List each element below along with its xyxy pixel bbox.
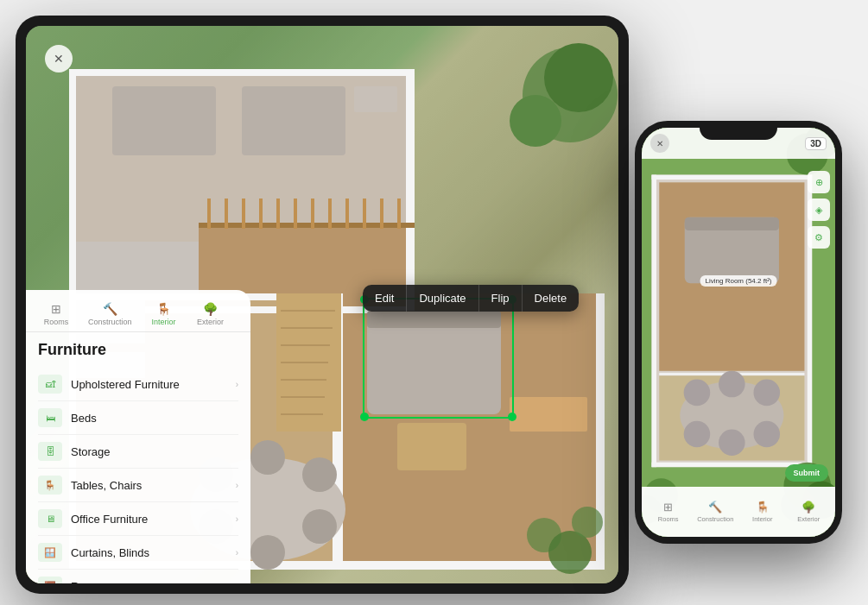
list-item-beds[interactable]: 🛏 Beds — [38, 401, 238, 435]
phone-interior-icon: 🪑 — [756, 501, 770, 514]
context-menu: Edit Duplicate Flip Delete — [363, 285, 579, 312]
phone-construction-icon: 🔨 — [708, 501, 722, 514]
svg-point-73 — [753, 421, 780, 448]
svg-rect-50 — [112, 86, 216, 155]
svg-point-45 — [250, 535, 285, 570]
phone-tab-construction[interactable]: 🔨 Construction — [697, 501, 733, 523]
svg-rect-39 — [397, 423, 466, 470]
phone-right-toolbar: ⊕ ◈ ⚙ — [808, 171, 830, 249]
phone-exterior-icon: 🌳 — [801, 501, 815, 514]
svg-rect-38 — [367, 311, 501, 328]
svg-point-71 — [719, 371, 745, 398]
panel-content: Furniture 🛋 Upholstered Furniture › 🛏 Be… — [26, 332, 250, 583]
phone-tab-interior[interactable]: 🪑 Interior — [745, 501, 780, 523]
upholstered-icon: 🛋 — [38, 375, 62, 394]
phone-bottombar: ⊞ Rooms 🔨 Construction 🪑 Interior 🌳 Exte… — [642, 487, 835, 537]
side-panel: ⊞ Rooms 🔨 Construction 🪑 Interior 🌳 Exte… — [26, 290, 250, 583]
svg-rect-33 — [345, 199, 349, 229]
svg-rect-31 — [311, 199, 314, 229]
phone-tab-rooms[interactable]: ⊞ Rooms — [651, 501, 686, 523]
svg-point-70 — [684, 380, 711, 406]
context-delete-button[interactable]: Delete — [523, 285, 580, 312]
svg-point-42 — [250, 440, 285, 475]
context-duplicate-button[interactable]: Duplicate — [407, 285, 478, 312]
chevron-icon-4: › — [236, 548, 238, 558]
svg-point-55 — [510, 95, 561, 147]
list-item-tables[interactable]: 🪑 Tables, Chairs › — [38, 469, 238, 502]
tablet-close-button[interactable]: ✕ — [45, 45, 73, 72]
svg-rect-29 — [276, 199, 280, 229]
phone-close-button[interactable]: ✕ — [650, 134, 669, 153]
svg-rect-52 — [354, 86, 397, 112]
svg-rect-32 — [328, 199, 332, 229]
phone-view-button[interactable]: ◈ — [808, 199, 830, 221]
list-item-upholstered[interactable]: 🛋 Upholstered Furniture › — [38, 368, 238, 401]
context-flip-button[interactable]: Flip — [479, 285, 523, 312]
svg-rect-28 — [259, 199, 263, 229]
storage-icon: 🗄 — [38, 442, 62, 461]
svg-rect-26 — [225, 199, 228, 229]
curtains-icon: 🪟 — [38, 543, 62, 562]
svg-rect-27 — [242, 199, 245, 229]
exterior-icon: 🌳 — [203, 302, 218, 316]
svg-rect-65 — [652, 175, 656, 468]
tablet-screen: ✕ Edit Duplicate Flip Delete — [26, 26, 618, 583]
svg-rect-67 — [652, 175, 813, 180]
svg-rect-36 — [397, 199, 401, 229]
tables-icon: 🪑 — [38, 476, 62, 495]
svg-point-75 — [684, 421, 711, 448]
svg-rect-49 — [510, 397, 587, 432]
list-item-office[interactable]: 🖥 Office Furniture › — [38, 502, 238, 536]
svg-rect-6 — [199, 224, 415, 293]
construction-icon: 🔨 — [103, 302, 117, 316]
svg-rect-25 — [207, 199, 211, 229]
phone-device: ✕ 3D ⊕ ◈ ⚙ Living Room (54.2 ft²) Submit… — [635, 121, 842, 544]
phone-submit-button[interactable]: Submit — [785, 464, 829, 482]
phone-3d-badge[interactable]: 3D — [805, 137, 827, 150]
phone-settings-button[interactable]: ⚙ — [808, 226, 830, 249]
panel-title: Furniture — [38, 341, 238, 359]
phone-notch — [700, 121, 777, 140]
svg-point-74 — [719, 429, 745, 456]
phone-tab-exterior[interactable]: 🌳 Exterior — [791, 501, 826, 523]
svg-point-54 — [544, 43, 613, 112]
beds-icon: 🛏 — [38, 408, 62, 427]
list-item-storage[interactable]: 🗄 Storage — [38, 435, 238, 469]
svg-rect-77 — [685, 217, 779, 230]
phone-rooms-icon: ⊞ — [663, 501, 673, 514]
phone-zoom-button[interactable]: ⊕ — [808, 171, 830, 193]
svg-rect-51 — [242, 86, 345, 155]
tab-exterior[interactable]: 🌳 Exterior — [189, 299, 232, 331]
svg-point-72 — [753, 380, 780, 406]
list-item-curtains[interactable]: 🪟 Curtains, Blinds › — [38, 536, 238, 570]
tab-rooms[interactable]: ⊞ Rooms — [35, 299, 78, 331]
svg-point-58 — [572, 507, 603, 538]
chevron-icon-2: › — [236, 481, 238, 490]
tablet-device: ✕ Edit Duplicate Flip Delete — [16, 16, 629, 594]
context-edit-button[interactable]: Edit — [363, 285, 407, 312]
chevron-icon: › — [236, 380, 238, 389]
app-scene: ✕ Edit Duplicate Flip Delete — [0, 0, 868, 605]
svg-rect-14 — [406, 69, 415, 311]
office-icon: 🖥 — [38, 509, 62, 528]
list-item-rugs[interactable]: 🟫 Rugs — [38, 570, 238, 583]
room-label: Living Room (54.2 ft²) — [700, 275, 777, 287]
tab-construction[interactable]: 🔨 Construction — [81, 299, 139, 331]
interior-icon: 🪑 — [156, 302, 171, 316]
chevron-icon-3: › — [236, 514, 238, 524]
svg-point-44 — [302, 509, 337, 544]
svg-rect-12 — [69, 69, 415, 76]
panel-tabs: ⊞ Rooms 🔨 Construction 🪑 Interior 🌳 Exte… — [26, 290, 250, 332]
svg-rect-30 — [294, 199, 297, 229]
phone-screen: ✕ 3D ⊕ ◈ ⚙ Living Room (54.2 ft²) Submit… — [642, 128, 835, 537]
svg-rect-34 — [363, 199, 366, 229]
svg-point-43 — [302, 457, 337, 492]
svg-rect-13 — [69, 69, 76, 311]
tab-interior[interactable]: 🪑 Interior — [143, 299, 186, 331]
rugs-icon: 🟫 — [38, 577, 62, 583]
svg-rect-35 — [380, 199, 383, 229]
rooms-icon: ⊞ — [51, 302, 61, 316]
